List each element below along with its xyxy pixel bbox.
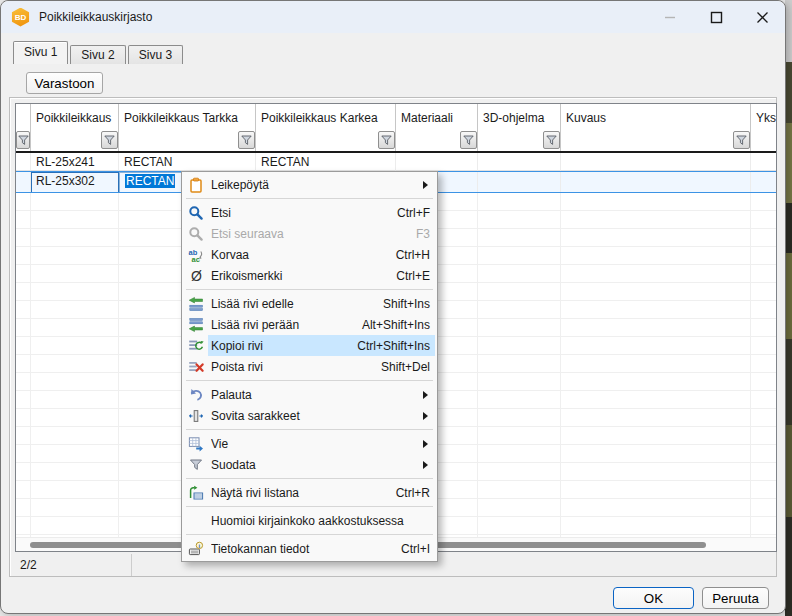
empty-cell (561, 427, 751, 445)
empty-cell (561, 301, 751, 319)
table-cell[interactable]: RL-25x302 (31, 172, 119, 192)
menu-item-label: Huomioi kirjainkoko aakkostuksessa (211, 514, 430, 528)
menu-separator (186, 380, 433, 381)
row-header-corner[interactable] (16, 104, 31, 130)
menu-separator (186, 506, 433, 507)
maximize-icon (710, 11, 723, 24)
maximize-button[interactable] (699, 1, 733, 33)
filter-cell[interactable] (561, 130, 751, 151)
filter-cell[interactable] (31, 130, 119, 151)
filter-funnel-button[interactable] (378, 131, 395, 149)
tab-sivu-2[interactable]: Sivu 2 (70, 45, 125, 64)
menu-item-body: Sovita sarakkeet (208, 405, 435, 426)
table-cell[interactable] (478, 153, 561, 171)
column-header-kuvaus[interactable]: Kuvaus (561, 104, 751, 130)
window-controls (641, 1, 779, 33)
submenu-arrow-icon (423, 412, 428, 420)
menu-item-korvaa[interactable]: abacKorvaaCtrl+H (184, 244, 435, 265)
menu-item-lisaa-rivi-peraan[interactable]: Lisää rivi peräänAlt+Shift+Ins (184, 314, 435, 335)
menu-item-sovita-sarakkeet[interactable]: Sovita sarakkeet (184, 405, 435, 426)
close-icon (756, 11, 769, 24)
column-header-yksikko[interactable]: Yksikkö (751, 104, 777, 130)
empty-cell (751, 427, 777, 445)
empty-cell (751, 391, 777, 409)
table-cell[interactable] (561, 172, 751, 192)
row-header-cell[interactable] (16, 172, 31, 192)
empty-cell (561, 211, 751, 229)
column-header-poikkileikkaus-tarkka[interactable]: Poikkileikkaus Tarkka (119, 104, 256, 130)
tab-sivu-1[interactable]: Sivu 1 (13, 41, 68, 64)
column-header-materiaali[interactable]: Materiaali (396, 104, 478, 130)
close-button[interactable] (745, 1, 779, 33)
table-cell[interactable]: RECTAN (119, 153, 256, 171)
row-header-cell[interactable] (16, 153, 31, 171)
menu-item-etsi[interactable]: EtsiCtrl+F (184, 202, 435, 223)
empty-cell (751, 211, 777, 229)
submenu-arrow-icon (423, 181, 428, 189)
filter-funnel-button[interactable] (543, 131, 560, 149)
tab-sivu-3[interactable]: Sivu 3 (128, 45, 183, 64)
table-cell[interactable] (396, 153, 478, 171)
menu-item-palauta[interactable]: Palauta (184, 384, 435, 405)
table-cell[interactable] (561, 153, 751, 171)
filter-cell[interactable] (396, 130, 478, 151)
empty-cell (751, 445, 777, 463)
filter-funnel-button[interactable] (101, 131, 118, 149)
table-cell[interactable] (751, 172, 777, 192)
column-header-poikkileikkaus[interactable]: Poikkileikkaus (31, 104, 119, 130)
filter-funnel-button[interactable] (16, 131, 30, 149)
menu-item-poista-rivi[interactable]: Poista riviShift+Del (184, 356, 435, 377)
column-header-3d-ohjelma[interactable]: 3D-ohjelma (478, 104, 561, 130)
empty-cell (31, 463, 119, 481)
menu-item-tietokannan-tiedot[interactable]: iTietokannan tiedotCtrl+I (184, 538, 435, 559)
column-header-poikkileikkaus-karkea[interactable]: Poikkileikkaus Karkea (256, 104, 396, 130)
menu-separator (186, 429, 433, 430)
filter-cell[interactable] (478, 130, 561, 151)
empty-cell (16, 391, 31, 409)
table-cell[interactable]: RECTAN (256, 153, 396, 171)
menu-item-label: Leikepöytä (211, 178, 423, 192)
empty-cell (561, 229, 751, 247)
menu-item-label: Suodata (211, 458, 423, 472)
funnel-icon (546, 135, 557, 146)
table-cell[interactable] (751, 153, 777, 171)
menu-item-suodata[interactable]: Suodata (184, 454, 435, 475)
empty-cell (561, 283, 751, 301)
minimize-button[interactable] (653, 1, 687, 33)
empty-cell (561, 517, 751, 535)
menu-item-vie[interactable]: Vie (184, 433, 435, 454)
filter-cell[interactable] (256, 130, 396, 151)
app-icon: BD (11, 8, 30, 27)
empty-cell (478, 463, 561, 481)
table-cell[interactable]: RL-25x241 (31, 153, 119, 171)
menu-item-body: Etsi seuraavaF3 (208, 223, 435, 244)
menu-item-label: Vie (211, 437, 423, 451)
menu-item-lisaa-rivi-edelle[interactable]: Lisää rivi edelleShift+Ins (184, 293, 435, 314)
filter-funnel-button[interactable] (460, 131, 477, 149)
empty-cell (478, 211, 561, 229)
cancel-button[interactable]: Peruuta (702, 587, 769, 609)
table-row[interactable]: RL-25x241RECTANRECTAN (16, 153, 776, 171)
grid-filter-row (16, 130, 776, 153)
filter-cell[interactable] (119, 130, 256, 151)
ok-button[interactable]: OK (613, 587, 694, 609)
empty-cell (16, 319, 31, 337)
empty-cell (16, 193, 31, 211)
empty-cell (478, 391, 561, 409)
export-icon (184, 436, 208, 452)
dialog-window: BD Poikkileikkauskirjasto Sivu 1Sivu 2Si… (0, 0, 786, 614)
filter-cell[interactable] (751, 130, 777, 151)
menu-item-nayta-rivi-listana[interactable]: Näytä rivi listanaCtrl+R (184, 482, 435, 503)
empty-cell (478, 193, 561, 211)
empty-cell (561, 319, 751, 337)
menu-item-kopioi-rivi[interactable]: Kopioi riviCtrl+Shift+Ins (184, 335, 435, 356)
filter-funnel-button[interactable] (733, 131, 750, 149)
menu-item-leikepoyta[interactable]: Leikepöytä (184, 174, 435, 195)
menu-item-erikoismerkki[interactable]: ØErikoismerkkiCtrl+E (184, 265, 435, 286)
empty-cell (561, 337, 751, 355)
filter-funnel-button[interactable] (238, 131, 255, 149)
table-cell[interactable] (478, 172, 561, 192)
menu-item-huomioi-kirjainkoko-aakkostuksessa[interactable]: Huomioi kirjainkoko aakkostuksessa (184, 510, 435, 531)
empty-cell (561, 445, 751, 463)
varastoon-button[interactable]: Varastoon (26, 72, 103, 94)
